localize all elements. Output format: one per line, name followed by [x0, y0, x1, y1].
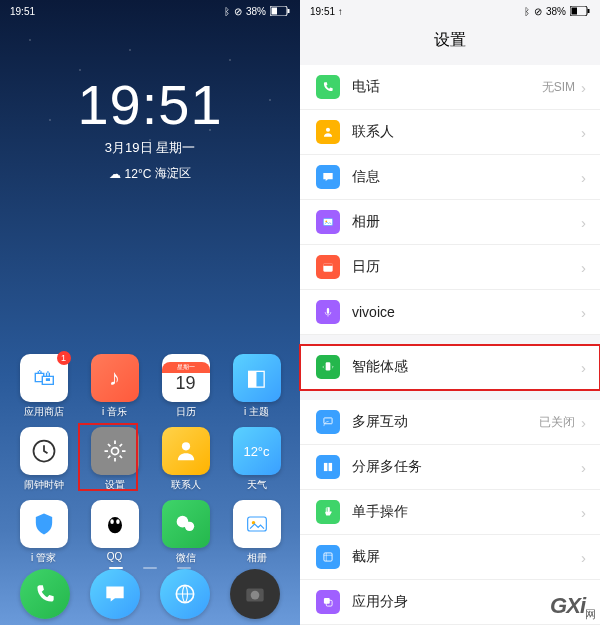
split-icon — [316, 455, 340, 479]
dock-phone[interactable] — [10, 569, 80, 619]
clone-icon — [316, 590, 340, 614]
svg-point-19 — [326, 128, 330, 132]
voice-icon — [316, 300, 340, 324]
app-label: 联系人 — [171, 478, 201, 492]
upload-icon: ↑ — [338, 6, 343, 17]
msg-icon — [316, 165, 340, 189]
svg-point-8 — [116, 519, 120, 524]
clock-widget[interactable]: 19:51 3月19日 星期一 — [0, 72, 300, 157]
settings-item-phone[interactable]: 电话无SIM› — [300, 65, 600, 110]
battery-icon — [570, 6, 590, 16]
svg-rect-18 — [588, 9, 590, 13]
section-gap — [300, 390, 600, 400]
weather-loc: 海淀区 — [155, 165, 191, 182]
weather-widget[interactable]: ☁ 12°C 海淀区 — [0, 165, 300, 182]
app-i 管家[interactable]: i 管家 — [10, 500, 77, 565]
weather-temp: 12°C — [125, 167, 152, 181]
svg-point-7 — [110, 519, 114, 524]
app-label: i 主题 — [244, 405, 269, 419]
app-QQ[interactable]: QQ — [81, 500, 148, 565]
settings-item-voice[interactable]: vivoice› — [300, 290, 600, 335]
app-label: 应用商店 — [24, 405, 64, 419]
svg-point-6 — [108, 517, 122, 533]
settings-item-screenshot[interactable]: 截屏› — [300, 535, 600, 580]
app-icon — [233, 500, 281, 548]
svg-rect-27 — [324, 463, 328, 471]
chevron-right-icon: › — [581, 169, 586, 186]
app-label: 天气 — [247, 478, 267, 492]
settings-item-split[interactable]: 分屏多任务› — [300, 445, 600, 490]
app-应用商店[interactable]: 🛍1应用商店 — [10, 354, 77, 419]
svg-rect-24 — [327, 308, 329, 314]
browser-icon — [160, 569, 210, 619]
settings-item-person[interactable]: 联系人› — [300, 110, 600, 155]
app-i 音乐[interactable]: ♪i 音乐 — [81, 354, 148, 419]
svg-rect-25 — [326, 362, 331, 370]
settings-label: 多屏互动 — [352, 413, 539, 431]
bluetooth-icon: ᛒ — [524, 6, 530, 17]
hand-icon — [316, 500, 340, 524]
settings-item-motion[interactable]: 智能体感› — [300, 345, 600, 390]
app-日历[interactable]: 星期一19日历 — [152, 354, 219, 419]
app-label: 相册 — [247, 551, 267, 565]
bluetooth-icon: ᛒ — [224, 6, 230, 17]
status-bar-left: 19:51 ᛒ ⊘ 38% — [0, 0, 300, 22]
app-icon: 12°c — [233, 427, 281, 475]
svg-rect-29 — [324, 553, 332, 561]
battery-pct-r: 38% — [546, 6, 566, 17]
chevron-right-icon: › — [581, 304, 586, 321]
app-相册[interactable]: 相册 — [223, 500, 290, 565]
app-icon: 星期一19 — [162, 354, 210, 402]
calendar-icon — [316, 255, 340, 279]
dock — [0, 565, 300, 623]
app-闹钟时钟[interactable]: 闹钟时钟 — [10, 427, 77, 492]
app-设置[interactable]: 设置 — [81, 427, 148, 492]
settings-item-gallery[interactable]: 相册› — [300, 200, 600, 245]
screenshot-icon — [316, 545, 340, 569]
app-icon — [20, 427, 68, 475]
messages-icon — [90, 569, 140, 619]
settings-label: 应用分身 — [352, 593, 581, 611]
section-gap — [300, 335, 600, 345]
person-icon — [316, 120, 340, 144]
status-time: 19:51 — [10, 6, 35, 17]
chevron-right-icon: › — [581, 259, 586, 276]
app-i 主题[interactable]: ◧i 主题 — [223, 354, 290, 419]
svg-rect-28 — [329, 463, 333, 471]
chevron-right-icon: › — [581, 359, 586, 376]
settings-value: 无SIM — [542, 79, 575, 96]
app-grid: 🛍1应用商店♪i 音乐星期一19日历◧i 主题闹钟时钟设置联系人12°c天气i … — [0, 354, 300, 565]
app-联系人[interactable]: 联系人 — [152, 427, 219, 492]
app-icon — [20, 500, 68, 548]
app-label: 日历 — [176, 405, 196, 419]
svg-point-5 — [181, 442, 189, 450]
svg-rect-23 — [323, 264, 332, 266]
page-title: 设置 — [300, 22, 600, 65]
svg-point-4 — [111, 448, 118, 455]
app-label: 设置 — [105, 478, 125, 492]
dock-camera[interactable] — [220, 569, 290, 619]
motion-icon — [316, 355, 340, 379]
app-天气[interactable]: 12°c天气 — [223, 427, 290, 492]
svg-rect-2 — [288, 9, 290, 13]
app-label: QQ — [107, 551, 123, 562]
settings-item-calendar[interactable]: 日历› — [300, 245, 600, 290]
app-微信[interactable]: 微信 — [152, 500, 219, 565]
app-icon — [162, 500, 210, 548]
chevron-right-icon: › — [581, 459, 586, 476]
settings-label: vivoice — [352, 304, 581, 320]
camera-icon — [230, 569, 280, 619]
dock-browser[interactable] — [150, 569, 220, 619]
chevron-right-icon: › — [581, 79, 586, 96]
settings-item-msg[interactable]: 信息› — [300, 155, 600, 200]
dock-messages[interactable] — [80, 569, 150, 619]
app-label: i 管家 — [31, 551, 56, 565]
phone-icon — [316, 75, 340, 99]
app-icon — [91, 427, 139, 475]
battery-pct: 38% — [246, 6, 266, 17]
settings-item-cast[interactable]: 多屏互动已关闭› — [300, 400, 600, 445]
status-bar-right: 19:51 ↑ ᛒ ⊘ 38% — [300, 0, 600, 22]
cast-icon — [316, 410, 340, 434]
settings-item-hand[interactable]: 单手操作› — [300, 490, 600, 535]
app-icon: 🛍1 — [20, 354, 68, 402]
